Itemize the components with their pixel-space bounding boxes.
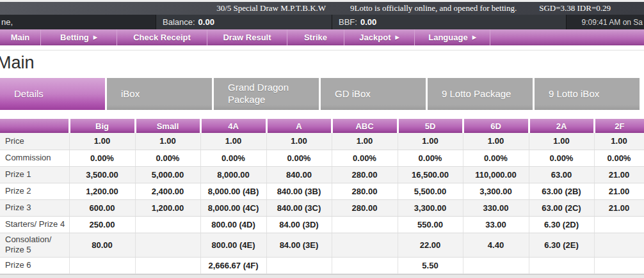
cell: 0.00% xyxy=(529,150,594,166)
tab-ibox[interactable]: iBox xyxy=(107,78,212,110)
prize-table: Big Small 4A A ABC 5D 6D 2A 2F Price 1.0… xyxy=(0,119,644,274)
tab-label: Grand Dragon Package xyxy=(228,82,319,106)
table-row: Consolation/ Prize 5 80.00 800.00 (4E) 8… xyxy=(0,233,644,257)
row-label: Prize 2 xyxy=(0,183,69,199)
cell: 0.00% xyxy=(398,150,463,166)
tab-label: iBox xyxy=(121,88,149,100)
nav-item-draw-result[interactable]: Draw Result xyxy=(207,29,287,45)
submenu-arrow-icon: ▶ xyxy=(472,35,476,40)
nav-item-betting[interactable]: Betting ▶ xyxy=(41,29,117,45)
cell xyxy=(135,216,200,233)
lottery-app-screen: 30/5 Special Draw M.P.T.B.K.W 9Lotto is … xyxy=(0,0,644,278)
tab-label: 9 Lotto iBox xyxy=(549,88,608,100)
row-label: Consolation/ Prize 5 xyxy=(0,233,69,257)
column-header xyxy=(0,119,69,133)
cell: 110,000.00 xyxy=(463,166,529,183)
table-row: Prize 2 1,200.00 2,400.00 8,000.00 (4B) … xyxy=(0,183,644,199)
table-header-row: Big Small 4A A ABC 5D 6D 2A 2F xyxy=(0,119,644,133)
cell: 0.00% xyxy=(200,150,266,166)
cell xyxy=(594,257,644,274)
cell: 0.00% xyxy=(332,150,398,166)
package-tabs: Details iBox Grand Dragon Package GD iBo… xyxy=(0,78,644,110)
exchange-rate-message: SGD=3.38 IDR=0.29 xyxy=(539,3,611,13)
nav-item-jackpot[interactable]: Jackpot ▶ xyxy=(344,29,415,45)
cell: 0.00% xyxy=(135,150,200,166)
cell: 280.00 xyxy=(332,166,398,183)
cell: 2,666.67 (4F) xyxy=(200,257,266,274)
cell: 800.00 (4D) xyxy=(200,216,266,233)
cell: 840.00 (3C) xyxy=(266,199,332,216)
cell: 63.00 (2C) xyxy=(529,199,594,216)
balance-label: Balance: xyxy=(163,17,195,27)
cell xyxy=(332,257,398,274)
clock-text-label: 9:09:41 AM on Sa xyxy=(582,18,643,27)
nav-item-strike[interactable]: Strike xyxy=(287,29,344,45)
cell: 1.00 xyxy=(463,133,529,150)
cell: 16,500.00 xyxy=(398,166,463,183)
cell: 1.00 xyxy=(398,133,463,150)
row-label: Starters/ Prize 4 xyxy=(0,216,69,233)
cell: 800.00 (4E) xyxy=(200,233,266,257)
row-label: Price xyxy=(0,133,69,150)
cell: 21.00 xyxy=(594,199,644,216)
column-header: 6D xyxy=(463,119,529,133)
column-header: Small xyxy=(135,119,200,133)
cell: 1,200.00 xyxy=(69,183,135,199)
welcome-text-label: ne, xyxy=(1,17,13,27)
page-content: Main Details iBox Grand Dragon Package G… xyxy=(0,50,644,278)
cell: 80.00 xyxy=(69,233,135,257)
column-header: 4A xyxy=(200,119,266,133)
cell: 84.00 (3E) xyxy=(266,233,332,257)
nav-item-main[interactable]: Main xyxy=(0,29,41,45)
cell: 22.00 xyxy=(398,233,463,257)
cell: 3,300.00 xyxy=(463,183,529,199)
row-label: Prize 1 xyxy=(0,166,69,183)
cell: 3,500.00 xyxy=(69,166,135,183)
nav-filler xyxy=(490,29,644,45)
cell xyxy=(332,233,398,257)
cell: 0.00% xyxy=(69,150,135,166)
column-header: A xyxy=(266,119,332,133)
cell: 3,300.00 xyxy=(398,199,463,216)
nav-item-label: Jackpot xyxy=(359,33,390,42)
cell: 840.00 xyxy=(266,166,332,183)
cell: 84.00 (3D) xyxy=(266,216,332,233)
tab-gd-ibox[interactable]: GD iBox xyxy=(321,78,426,110)
column-header: ABC xyxy=(332,119,398,133)
tab-label: GD iBox xyxy=(335,88,380,100)
cell: 6.30 (2D) xyxy=(529,216,594,233)
tab-9-lotto-package[interactable]: 9 Lotto Package xyxy=(428,78,533,110)
special-draw-message: 30/5 Special Draw M.P.T.B.K.W xyxy=(216,3,326,13)
cell xyxy=(594,233,644,257)
table-row: Starters/ Prize 4 250.00 800.00 (4D) 84.… xyxy=(0,216,644,233)
cell xyxy=(529,257,594,274)
cell: 63.00 xyxy=(529,166,594,183)
divider xyxy=(0,50,644,50)
cell: 600.00 xyxy=(69,199,135,216)
tab-details[interactable]: Details xyxy=(0,78,105,110)
cell xyxy=(463,257,529,274)
cell: 840.00 (3B) xyxy=(266,183,332,199)
nav-item-language[interactable]: Language ▶ xyxy=(415,29,490,45)
tab-grand-dragon-package[interactable]: Grand Dragon Package xyxy=(214,78,319,110)
column-header: 2A xyxy=(529,119,594,133)
nav-item-check-receipt[interactable]: Check Receipt xyxy=(117,29,207,45)
cell: 1.00 xyxy=(529,133,594,150)
cell: 8,000.00 (4C) xyxy=(200,199,266,216)
column-header: 5D xyxy=(398,119,463,133)
cell: 6.30 (2E) xyxy=(529,233,594,257)
cell: 21.00 xyxy=(594,183,644,199)
bbf-section: BBF: 0.00 xyxy=(332,15,566,29)
cell: 63.00 (2B) xyxy=(529,183,594,199)
tab-9-lotto-ibox[interactable]: 9 Lotto iBox xyxy=(535,78,640,110)
ticker-bar: 30/5 Special Draw M.P.T.B.K.W 9Lotto is … xyxy=(0,2,644,15)
cell: 280.00 xyxy=(332,183,398,199)
cell: 1.00 xyxy=(135,133,200,150)
nav-item-label: Main xyxy=(11,33,30,42)
bbf-value: 0.00 xyxy=(360,17,376,27)
table-row: Commission 0.00% 0.00% 0.00% 0.00% 0.00%… xyxy=(0,150,644,166)
nav-item-label: Language xyxy=(428,33,467,42)
nav-item-label: Check Receipt xyxy=(133,33,191,42)
cell xyxy=(69,257,135,274)
row-label: Prize 6 xyxy=(0,257,69,274)
